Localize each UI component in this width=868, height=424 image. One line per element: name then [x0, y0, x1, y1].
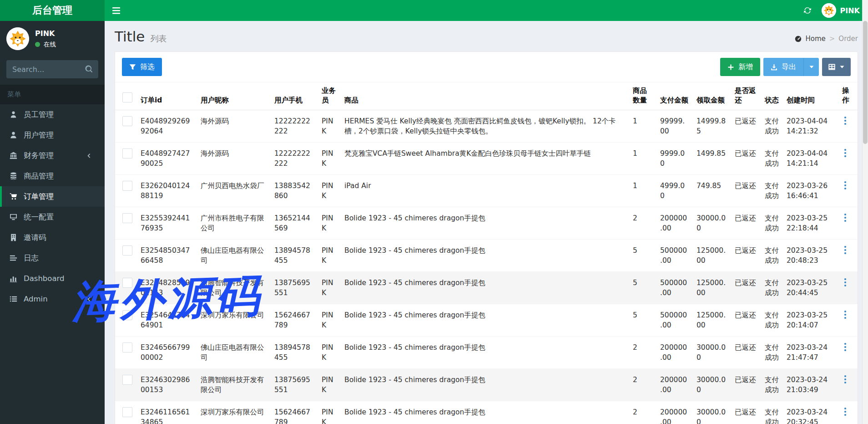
- row-actions-button[interactable]: [842, 245, 848, 255]
- pay-cell: 500000.00: [656, 271, 693, 304]
- created-cell: 2023-03-25 20:48:23: [783, 239, 838, 271]
- returned-cell: 已返还: [731, 207, 761, 239]
- column-header-receive: 领取金额: [693, 82, 731, 110]
- row-checkbox[interactable]: [122, 148, 132, 158]
- orders-card: 筛选 新增 导出: [115, 51, 858, 424]
- sidebar-item-用户管理[interactable]: 用户管理: [0, 125, 105, 145]
- sidebar-item-邀请码[interactable]: 邀请码: [0, 227, 105, 248]
- sidebar-toggle-button[interactable]: [105, 0, 127, 21]
- check-cell: [115, 304, 137, 336]
- qty-cell: 1: [629, 142, 656, 174]
- sidebar-item-财务管理[interactable]: 财务管理: [0, 145, 105, 166]
- breadcrumb-home-link[interactable]: Home: [805, 35, 825, 43]
- plus-icon: [727, 64, 734, 71]
- sidebar-item-日志[interactable]: 日志: [0, 248, 105, 268]
- row-checkbox[interactable]: [122, 407, 132, 417]
- id-cell: E404892926992064: [137, 110, 197, 142]
- action-cell: [838, 336, 858, 368]
- row-actions-button[interactable]: [842, 213, 848, 222]
- phone-cell: 13652144569: [271, 207, 318, 239]
- user-avatar: [822, 3, 836, 18]
- row-actions-button[interactable]: [842, 116, 848, 125]
- window-scrollbar[interactable]: [862, 0, 868, 424]
- menu-section-label: 菜单: [0, 85, 105, 104]
- search-icon[interactable]: [85, 65, 93, 73]
- agent-cell: PINK: [318, 336, 341, 368]
- row-actions-button[interactable]: [842, 278, 848, 287]
- table-row: E325485034766458佛山庄臣电器有限公司13894578455PIN…: [115, 239, 858, 271]
- lion-avatar-icon: [822, 3, 836, 18]
- product-cell: Bolide 1923 - 45 chimeres dragon手提包: [341, 336, 629, 368]
- check-cell: [115, 336, 137, 368]
- row-checkbox[interactable]: [122, 245, 132, 255]
- sidebar-user-name: PINK: [35, 29, 56, 38]
- returned-cell: 已返还: [731, 368, 761, 401]
- sidebar-item-商品管理[interactable]: 商品管理: [0, 166, 105, 186]
- topbar-user-menu[interactable]: PINK: [818, 0, 868, 21]
- sidebar-item-Dashboard[interactable]: Dashboard: [0, 268, 105, 289]
- export-button[interactable]: 导出: [763, 58, 803, 76]
- sidebar-item-Admin[interactable]: Admin: [0, 289, 105, 309]
- row-checkbox[interactable]: [122, 310, 132, 320]
- search-input[interactable]: [6, 60, 98, 78]
- sidebar-item-员工管理[interactable]: 员工管理: [0, 104, 105, 125]
- scrollbar-thumb[interactable]: [863, 21, 868, 144]
- check-cell: [115, 207, 137, 239]
- row-checkbox[interactable]: [122, 213, 132, 223]
- page-title: Title: [115, 28, 145, 45]
- table-row: E404892742790025海外源码12222222222PINK梵克雅宝V…: [115, 142, 858, 174]
- row-checkbox[interactable]: [122, 278, 132, 288]
- column-header-status: 状态: [761, 82, 783, 110]
- sidebar-item-订单管理[interactable]: 订单管理: [0, 186, 105, 207]
- columns-toggle-button[interactable]: [822, 58, 851, 76]
- row-checkbox[interactable]: [122, 375, 132, 385]
- row-actions-button[interactable]: [842, 181, 848, 190]
- created-cell: 2023-03-25 20:14:07: [783, 304, 838, 336]
- row-checkbox[interactable]: [122, 116, 132, 126]
- row-actions-button[interactable]: [842, 148, 848, 158]
- table-row: E325482859902143浩腾智能科技开发有限公司13875695551P…: [115, 271, 858, 304]
- filter-button[interactable]: 筛选: [122, 58, 162, 76]
- qty-cell: 5: [629, 271, 656, 304]
- receive-cell: 125000.00: [693, 304, 731, 336]
- row-checkbox[interactable]: [122, 342, 132, 352]
- status-cell: 支付成功: [761, 401, 783, 424]
- qty-cell: 2: [629, 401, 656, 424]
- add-button[interactable]: 新增: [720, 58, 760, 76]
- export-dropdown-button[interactable]: [803, 58, 819, 76]
- nickname-cell: 海外源码: [197, 110, 271, 142]
- nickname-cell: 广州贝西电热水袋厂: [197, 174, 271, 207]
- column-header-nickname: 用户昵称: [197, 82, 271, 110]
- app-logo[interactable]: 后台管理: [0, 0, 105, 21]
- orders-table: 订单id用户昵称用户手机业务员商品商品数量支付金额领取金额是否返还状态创建时间操…: [115, 82, 858, 424]
- row-actions-button[interactable]: [842, 310, 848, 319]
- agent-cell: PINK: [318, 110, 341, 142]
- check-cell: [115, 174, 137, 207]
- sidebar-item-label: 商品管理: [24, 171, 54, 181]
- column-header-created: 创建时间: [783, 82, 838, 110]
- returned-cell: 已返还: [731, 174, 761, 207]
- agent-cell: PINK: [318, 142, 341, 174]
- table-row: E326204012488119广州贝西电热水袋厂13883542860PINK…: [115, 174, 858, 207]
- check-cell: [115, 110, 137, 142]
- chevron-left-icon: [86, 153, 91, 159]
- nickname-cell: 深圳万家乐有限公司: [197, 401, 271, 424]
- row-actions-button[interactable]: [842, 407, 848, 416]
- refresh-button[interactable]: [797, 0, 818, 21]
- lion-avatar-icon: [6, 27, 29, 50]
- page-subtitle: 列表: [150, 33, 167, 44]
- action-cell: [838, 368, 858, 401]
- sidebar-item-统一配置[interactable]: 统一配置: [0, 207, 105, 227]
- nickname-cell: 浩腾智能科技开发有限公司: [197, 368, 271, 401]
- select-all-checkbox[interactable]: [122, 92, 132, 102]
- action-cell: [838, 401, 858, 424]
- row-checkbox[interactable]: [122, 181, 132, 191]
- sidebar-item-label: 员工管理: [24, 110, 54, 120]
- phone-cell: 15624667789: [271, 304, 318, 336]
- sidebar-user-status[interactable]: 在线: [35, 41, 56, 49]
- qty-cell: 1: [629, 110, 656, 142]
- pay-cell: 4999.00: [656, 174, 693, 207]
- phone-cell: 15624667789: [271, 401, 318, 424]
- row-actions-button[interactable]: [842, 375, 848, 384]
- row-actions-button[interactable]: [842, 342, 848, 352]
